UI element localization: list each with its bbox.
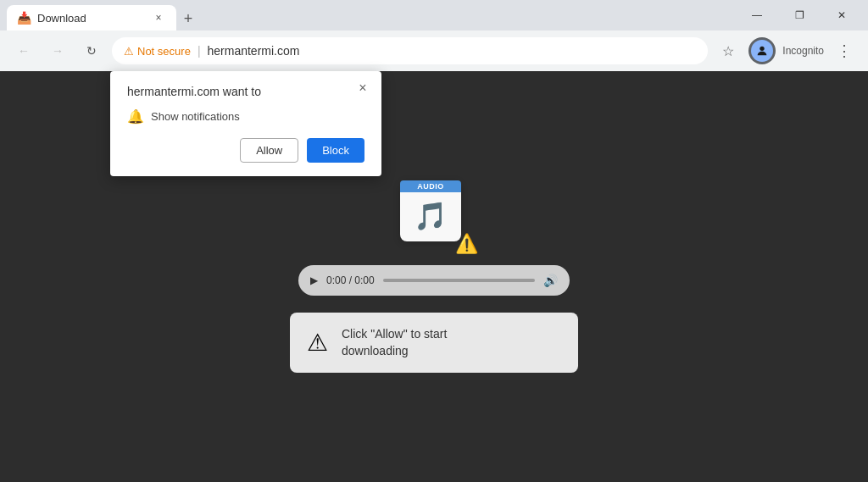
svg-point-0 bbox=[760, 47, 765, 51]
audio-label-banner: AUDIO bbox=[400, 180, 461, 192]
audio-icon-box: AUDIO 🎵 bbox=[400, 180, 461, 241]
bell-icon: 🔔 bbox=[127, 108, 144, 125]
window-controls: — ❐ ✕ bbox=[737, 2, 861, 29]
warning-icon-large: ⚠ bbox=[307, 329, 328, 357]
url-divider: | bbox=[198, 44, 201, 58]
profile-avatar bbox=[751, 40, 773, 62]
progress-bar[interactable] bbox=[383, 279, 535, 282]
url-text: hermantermi.com bbox=[208, 44, 300, 58]
volume-icon[interactable]: 🔊 bbox=[543, 274, 558, 287]
popup-notification-row: 🔔 Show notifications bbox=[127, 108, 364, 125]
address-bar: ← → ↻ ⚠ Not secure | hermantermi.com ☆ I… bbox=[0, 30, 868, 71]
forward-button[interactable]: → bbox=[44, 37, 71, 64]
audio-player: ▶ 0:00 / 0:00 🔊 bbox=[298, 265, 570, 296]
popup-buttons: Allow Block bbox=[127, 138, 364, 163]
close-button[interactable]: ✕ bbox=[822, 2, 861, 29]
reload-button[interactable]: ↻ bbox=[78, 37, 105, 64]
url-bar[interactable]: ⚠ Not secure | hermantermi.com bbox=[112, 37, 708, 64]
incognito-label: Incognito bbox=[782, 45, 824, 57]
back-button[interactable]: ← bbox=[10, 37, 37, 64]
audio-icon-wrapper: AUDIO 🎵 ⚠️ bbox=[400, 180, 468, 248]
allow-button[interactable]: Allow bbox=[240, 138, 298, 163]
popup-title: hermantermi.com want to bbox=[127, 85, 364, 98]
popup-close-button[interactable]: × bbox=[353, 78, 373, 98]
notification-popup: × hermantermi.com want to 🔔 Show notific… bbox=[110, 71, 381, 176]
info-text: Click "Allow" to startdownloading bbox=[342, 326, 447, 359]
page-content: AUDIO 🎵 ⚠️ ▶ 0:00 / 0:00 🔊 ⚠ Click "Allo… bbox=[290, 180, 578, 373]
security-label: Not secure bbox=[137, 45, 191, 58]
audio-warning-badge: ⚠️ bbox=[455, 233, 478, 255]
profile-button[interactable] bbox=[748, 37, 776, 64]
tab-favicon: 📥 bbox=[17, 11, 31, 25]
menu-button[interactable]: ⋮ bbox=[831, 37, 858, 64]
popup-notification-text: Show notifications bbox=[151, 110, 240, 123]
play-button[interactable]: ▶ bbox=[310, 274, 318, 286]
time-display: 0:00 / 0:00 bbox=[326, 274, 375, 286]
security-warning: ⚠ Not secure bbox=[124, 45, 191, 58]
info-box: ⚠ Click "Allow" to startdownloading bbox=[290, 313, 578, 373]
content-area: × hermantermi.com want to 🔔 Show notific… bbox=[0, 71, 868, 482]
music-note-icon: 🎵 bbox=[414, 200, 448, 232]
block-button[interactable]: Block bbox=[307, 138, 364, 163]
restore-button[interactable]: ❐ bbox=[780, 2, 819, 29]
new-tab-button[interactable]: + bbox=[176, 7, 200, 30]
tab-area: 📥 Download × + bbox=[7, 0, 731, 30]
tab-title: Download bbox=[37, 12, 144, 25]
bookmark-button[interactable]: ☆ bbox=[715, 37, 742, 64]
minimize-button[interactable]: — bbox=[737, 2, 776, 29]
active-tab[interactable]: 📥 Download × bbox=[7, 5, 176, 30]
title-bar: 📥 Download × + — ❐ ✕ bbox=[0, 0, 868, 30]
warning-triangle-icon: ⚠ bbox=[124, 45, 134, 58]
tab-close-button[interactable]: × bbox=[151, 10, 166, 25]
